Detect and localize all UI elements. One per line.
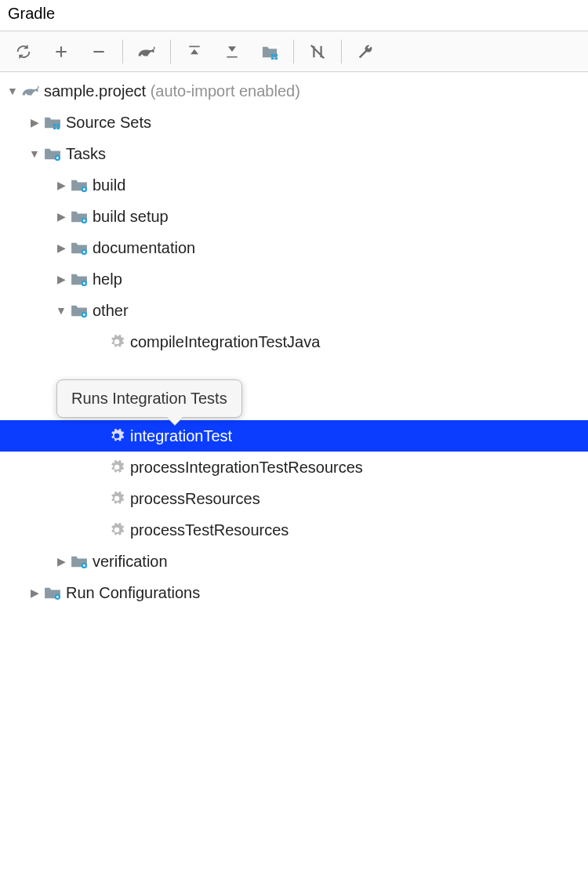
gear-icon <box>107 491 127 506</box>
expand-all-icon <box>187 44 202 60</box>
folder-gear-icon <box>42 147 63 161</box>
svg-point-9 <box>56 157 59 159</box>
svg-rect-1 <box>274 53 278 56</box>
svg-point-21 <box>83 564 85 567</box>
task-label: processTestResources <box>130 521 289 539</box>
chevron-down-icon: ▼ <box>27 147 42 160</box>
project-name: sample.project <box>44 82 146 100</box>
offline-icon <box>309 43 326 60</box>
task-item-selected[interactable]: integrationTest <box>0 420 588 452</box>
group-tasks-button[interactable] <box>254 36 285 67</box>
folder-gear-icon <box>69 554 89 568</box>
offline-mode-button[interactable] <box>302 36 333 67</box>
svg-rect-2 <box>271 57 274 60</box>
svg-rect-4 <box>53 124 56 127</box>
folder-module-icon <box>42 115 63 129</box>
task-item[interactable]: processResources <box>0 483 588 514</box>
gear-icon <box>107 334 127 350</box>
tree-node-run-configurations[interactable]: ▶ Run Configurations <box>0 577 588 608</box>
tree-label: help <box>93 270 122 288</box>
task-label: processIntegrationTestResources <box>130 459 363 477</box>
refresh-icon <box>15 43 32 60</box>
svg-rect-0 <box>271 53 274 56</box>
wrench-icon <box>357 43 374 60</box>
gear-icon <box>107 459 127 475</box>
add-button[interactable] <box>45 36 77 67</box>
elephant-icon <box>20 84 41 98</box>
tree-label: documentation <box>93 239 195 257</box>
task-label: integrationTest <box>130 427 232 445</box>
tree-label: build setup <box>93 208 169 226</box>
tree-label: Tasks <box>66 145 106 163</box>
chevron-right-icon: ▶ <box>53 273 69 285</box>
tree-label: Run Configurations <box>66 584 200 602</box>
chevron-right-icon: ▶ <box>27 586 42 599</box>
svg-point-15 <box>83 251 85 253</box>
svg-point-17 <box>83 282 85 285</box>
refresh-button[interactable] <box>8 36 39 67</box>
folder-gear-icon <box>69 209 89 223</box>
chevron-right-icon: ▶ <box>53 555 69 568</box>
minus-icon <box>91 44 107 60</box>
gear-icon <box>107 428 127 444</box>
expand-all-button[interactable] <box>179 36 210 67</box>
folder-gear-icon <box>42 586 63 600</box>
svg-point-13 <box>83 220 85 222</box>
folder-gear-icon <box>69 241 89 255</box>
panel-title-label: Gradle <box>8 5 55 22</box>
tree-label: build <box>93 176 125 194</box>
elephant-icon <box>137 44 156 60</box>
task-item[interactable]: compileIntegrationTestJava <box>0 326 588 357</box>
svg-point-11 <box>83 188 85 190</box>
task-label: processResources <box>130 490 260 508</box>
tree-node-verification[interactable]: ▶ verification <box>0 546 588 577</box>
project-tree: ▼ sample.project (auto-import enabled) ▶… <box>0 72 588 611</box>
tree-node-documentation[interactable]: ▶ documentation <box>0 232 588 263</box>
tree-node-other[interactable]: ▼ other <box>0 295 588 326</box>
svg-rect-3 <box>274 57 278 60</box>
task-item[interactable]: processIntegrationTestResources <box>0 452 588 483</box>
separator <box>293 40 294 63</box>
tree-node-build-setup[interactable]: ▶ build setup <box>0 201 588 232</box>
tree-node-tasks[interactable]: ▼ Tasks <box>0 138 588 169</box>
collapse-all-button[interactable] <box>216 36 248 67</box>
folder-gear-icon <box>69 272 89 286</box>
tooltip-text: Runs Integration Tests <box>71 390 227 407</box>
svg-point-19 <box>83 314 85 316</box>
svg-rect-7 <box>56 127 60 129</box>
panel-title: Gradle <box>0 0 588 31</box>
folder-group-icon <box>261 44 278 60</box>
tree-node-project[interactable]: ▼ sample.project (auto-import enabled) <box>0 75 588 107</box>
tree-label: other <box>93 302 129 320</box>
tree-node-build[interactable]: ▶ build <box>0 169 588 201</box>
chevron-down-icon: ▼ <box>53 304 69 317</box>
gradle-button[interactable] <box>131 36 162 67</box>
tree-label: verification <box>93 553 168 571</box>
remove-button[interactable] <box>83 36 114 67</box>
gear-icon <box>107 522 127 538</box>
svg-rect-6 <box>53 127 56 129</box>
separator <box>170 40 171 63</box>
svg-rect-5 <box>56 124 60 127</box>
svg-point-23 <box>56 596 59 598</box>
chevron-right-icon: ▶ <box>27 116 42 129</box>
tooltip: Runs Integration Tests <box>56 379 242 418</box>
tree-node-help[interactable]: ▶ help <box>0 263 588 295</box>
chevron-down-icon: ▼ <box>5 85 20 97</box>
chevron-right-icon: ▶ <box>53 210 69 223</box>
settings-button[interactable] <box>350 36 381 67</box>
tree-label: Source Sets <box>66 114 151 132</box>
plus-icon <box>53 44 69 60</box>
separator <box>341 40 342 63</box>
chevron-right-icon: ▶ <box>53 179 69 191</box>
project-suffix: (auto-import enabled) <box>151 82 300 100</box>
chevron-right-icon: ▶ <box>53 241 69 254</box>
separator <box>122 40 123 63</box>
folder-gear-icon <box>69 303 89 317</box>
task-label: compileIntegrationTestJava <box>130 333 320 351</box>
tree-node-source-sets[interactable]: ▶ Source Sets <box>0 107 588 138</box>
folder-gear-icon <box>69 178 89 192</box>
task-item[interactable]: processTestResources <box>0 514 588 546</box>
collapse-all-icon <box>224 44 240 60</box>
toolbar <box>0 31 588 72</box>
